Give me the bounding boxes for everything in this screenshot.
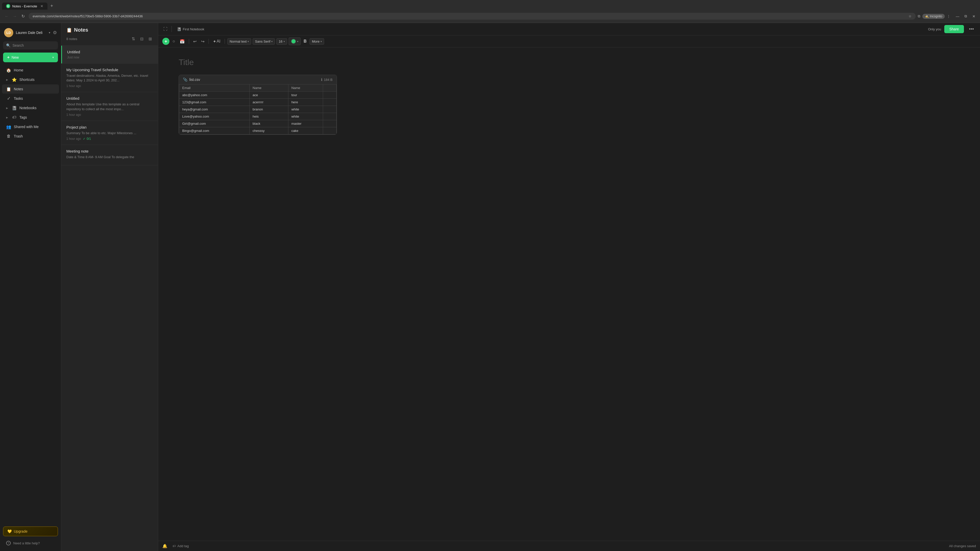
note-list-meta: 8 notes ⇅ ⊟ ⊞ (66, 35, 153, 42)
forward-button[interactable]: → (11, 13, 18, 20)
notebook-icon: 📓 (177, 27, 181, 31)
note-item-time: 1 hour ago (66, 137, 81, 141)
note-item[interactable]: Project plan Summary To be able to etc. … (61, 121, 158, 145)
add-tag-label: Add tag (177, 544, 189, 548)
font-chevron-icon: ▾ (271, 40, 272, 43)
sidebar-item-tasks[interactable]: ✓ Tasks (2, 94, 59, 103)
csv-cell: acerrrrr (249, 99, 288, 106)
task-count: 0/1 (86, 137, 91, 141)
note-item[interactable]: My Upcoming Travel Schedule Travel desti… (61, 64, 158, 92)
back-button[interactable]: ← (3, 13, 10, 20)
reminder-icon[interactable]: 🔔 (162, 544, 167, 548)
statusbar-left: 🔔 🏷 Add tag (162, 543, 191, 549)
tab-close-button[interactable]: ✕ (40, 4, 43, 8)
chevron-down-icon[interactable]: ▾ (49, 31, 50, 35)
note-item[interactable]: Untitled About this template Use this te… (61, 92, 158, 121)
new-tab-button[interactable]: + (48, 2, 56, 10)
bold-button[interactable]: B (302, 38, 308, 44)
notes-count: 8 notes (66, 37, 77, 41)
csv-header-right: ℹ 184 B (321, 78, 332, 82)
more-formatting-select[interactable]: More ▾ (310, 38, 324, 44)
csv-col-name1: Name (249, 84, 288, 92)
note-item-time: 1 hour ago (66, 113, 153, 117)
layout-icon[interactable]: ⧉ (918, 14, 920, 18)
close-button[interactable]: ✕ (971, 13, 977, 19)
add-tag-button[interactable]: 🏷 Add tag (170, 543, 191, 549)
undo-button[interactable]: ↩ (192, 38, 198, 45)
redo-button[interactable]: ↪ (200, 38, 206, 45)
restore-button[interactable]: ⧉ (963, 13, 969, 19)
view-toggle-button[interactable]: ⊞ (148, 35, 153, 42)
reload-button[interactable]: ↻ (19, 13, 27, 20)
sidebar-item-tags-label: Tags (19, 115, 27, 119)
note-list-actions: ⇅ ⊟ ⊞ (130, 35, 153, 42)
ai-button[interactable]: ✦ AI (211, 38, 222, 45)
note-list-content: Untitled Just now My Upcoming Travel Sch… (61, 46, 158, 551)
tags-icon: 🏷 (12, 115, 17, 120)
sidebar-item-shared[interactable]: 👥 Shared with Me (2, 122, 59, 131)
filter-button[interactable]: ⊟ (139, 35, 145, 42)
sidebar-item-home[interactable]: 🏠 Home (2, 65, 59, 75)
home-icon: 🏠 (6, 68, 11, 73)
note-item[interactable]: Untitled Just now (61, 46, 158, 64)
toolbar-separator-3 (224, 39, 225, 44)
text-style-select[interactable]: Normal text ▾ (228, 38, 251, 44)
info-icon[interactable]: ℹ (321, 78, 322, 82)
address-bar[interactable]: evernote.com/client/web#/notes/f5170be5-… (29, 13, 916, 20)
csv-header-row: Email Name Name (179, 84, 337, 92)
sort-button[interactable]: ⇅ (130, 35, 136, 42)
editor-content[interactable]: Title 📎 list.csv ℹ 184 B Em (158, 48, 980, 541)
csv-data-row: Love@yahoo.comheiswhite (179, 113, 337, 120)
shortcuts-icon: ⭐ (12, 77, 17, 82)
note-item[interactable]: Meeting note Date & Time 8 AM- 9 AM Goal… (61, 145, 158, 165)
sidebar-item-trash[interactable]: 🗑 Trash (2, 132, 59, 141)
csv-cell: Girl@gmail.com (179, 120, 250, 127)
editor-more-button[interactable]: ••• (967, 25, 976, 33)
color-picker[interactable]: ▾ (289, 38, 301, 45)
note-list-panel: 📋 Notes 8 notes ⇅ ⊟ ⊞ Untitled Just now … (61, 23, 158, 551)
font-select[interactable]: Sans Serif ▾ (253, 38, 275, 44)
note-item-title: Untitled (67, 50, 153, 54)
csv-cell: master (288, 120, 323, 127)
notebook-label: First Notebook (183, 27, 204, 31)
browser-more-button[interactable]: ⋮ (947, 14, 950, 18)
font-size-select[interactable]: 16 ▾ (277, 38, 287, 44)
sidebar-item-tags[interactable]: ▶ 🏷 Tags (2, 113, 59, 122)
upgrade-button[interactable]: 💛 Upgrade (3, 527, 58, 536)
sidebar-item-shortcuts[interactable]: ▶ ⭐ Shortcuts (2, 75, 59, 84)
csv-attachment-header: 📎 list.csv ℹ 184 B (179, 75, 337, 84)
notes-list-icon: 📋 (66, 27, 72, 33)
attachment-icon: 📎 (183, 78, 187, 82)
calendar-button[interactable]: 📅 (178, 38, 186, 45)
sidebar-item-notes[interactable]: 📋 Notes (2, 84, 59, 94)
note-title-field[interactable]: Title (179, 58, 959, 67)
notebook-badge[interactable]: 📓 First Notebook (175, 26, 207, 32)
new-button[interactable]: + New ▾ (3, 52, 58, 62)
csv-data-row: abc@yahoo.comacetour (179, 92, 337, 99)
star-icon[interactable]: ☆ (908, 14, 912, 18)
share-button[interactable]: Share (944, 25, 964, 33)
task-button[interactable]: ○ (171, 38, 177, 44)
search-input[interactable]: 🔍 Search (3, 41, 58, 49)
sidebar-item-notebooks[interactable]: ▶ 📓 Notebooks (2, 103, 59, 113)
settings-icon[interactable]: ⚙ (53, 30, 57, 35)
toolbar-separator (189, 39, 189, 44)
expand-icon[interactable]: ⛶ (162, 26, 169, 32)
note-item-time: 1 hour ago (66, 84, 153, 88)
csv-cell-extra (323, 99, 337, 106)
active-tab[interactable]: E Notes - Evernote ✕ (2, 3, 48, 10)
help-item[interactable]: ? Need a little help? (2, 539, 59, 548)
note-item-title: Untitled (66, 96, 153, 100)
csv-cell: heya@gmail.com (179, 106, 250, 113)
csv-col-email: Email (179, 84, 250, 92)
csv-cell: white (288, 113, 323, 120)
sidebar-header: LD Lauren Dale Deli ▾ ⚙ (0, 26, 61, 41)
add-content-button[interactable]: + (162, 38, 169, 45)
csv-cell: tour (288, 92, 323, 99)
csv-cell: heis (249, 113, 288, 120)
note-list-header: 📋 Notes 8 notes ⇅ ⊟ ⊞ (61, 23, 158, 46)
tab-favicon: E (6, 4, 10, 8)
minimize-button[interactable]: — (955, 13, 961, 19)
note-list-title: 📋 Notes (66, 27, 153, 33)
sidebar-item-tasks-label: Tasks (14, 97, 23, 100)
